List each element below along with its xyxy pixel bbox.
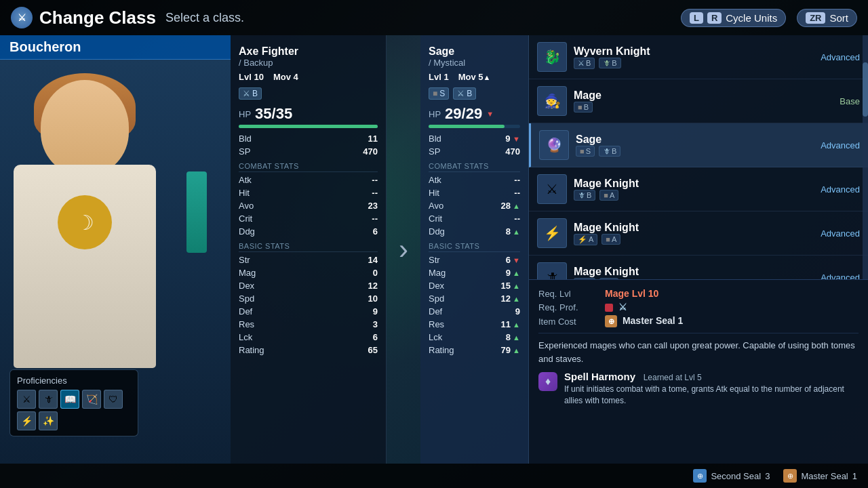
class-item-mage[interactable]: 🧙 Mage ■B Base xyxy=(529,79,868,123)
combat-stats-label: Combat Stats xyxy=(239,162,378,172)
current-lck-row: Lck6 xyxy=(239,331,378,344)
master-seal-label: Master Seal xyxy=(801,471,848,481)
class-item-mage-knight-1[interactable]: ⚔ Mage Knight 🗡B ■A Advanced xyxy=(529,167,868,211)
l-key: L xyxy=(690,12,703,24)
class-thumb-wyvern: 🐉 xyxy=(537,42,567,72)
skill-desc: If unit initiates combat with a tome, gr… xyxy=(564,384,859,407)
prof-icon-tome: 📖 xyxy=(60,390,79,409)
req-lightning-a: ⚡A xyxy=(574,234,597,245)
skill-name: Spell Harmony xyxy=(564,371,635,382)
req-tome-a: ■A xyxy=(599,190,618,201)
cycle-units-label: Cycle Units xyxy=(726,12,777,24)
current-hp-val: 35/35 xyxy=(255,105,292,123)
class-info-mk1: Mage Knight 🗡B ■A xyxy=(574,178,806,201)
class-name-mk1: Mage Knight xyxy=(574,178,806,190)
spell-harmony-icon: ♦ xyxy=(538,372,557,391)
basic-stats-label: Basic Stats xyxy=(239,242,378,252)
req-tome-b: ■B xyxy=(574,102,593,113)
current-sp: 470 xyxy=(363,146,378,157)
class-thumb-mk2: ⚡ xyxy=(537,218,567,248)
class-description: Experienced mages who can call upon grea… xyxy=(538,333,859,365)
req-prof-sq xyxy=(605,304,613,312)
req-tome-a2: ■A xyxy=(601,234,620,245)
target-prof-badge-b: ⚔B xyxy=(453,87,476,100)
target-str-row: Str6 ▼ xyxy=(429,253,520,266)
req-tome-s: ■S xyxy=(576,146,595,157)
class-tier-wyvern: Advanced xyxy=(812,52,860,62)
class-reqs-sage: ■S 🗡B xyxy=(576,146,806,157)
class-thumb-sage: 🔮 xyxy=(539,130,569,160)
target-lck-row: Lck8 ▲ xyxy=(429,331,520,344)
top-bar: ⚔ Change Class Select a class. L R Cycle… xyxy=(0,0,868,35)
skill-header: Spell Harmony Learned at Lvl 5 xyxy=(564,371,859,382)
target-spd-row: Spd12 ▲ xyxy=(429,292,520,305)
prof-icon-axe: ⚔ xyxy=(17,390,36,409)
character-name: Boucheron xyxy=(0,35,231,60)
scroll-thumb xyxy=(863,62,868,117)
current-sp-row: SP 470 xyxy=(239,145,378,158)
current-hp-label: HP 35/35 xyxy=(239,105,378,123)
current-mag-row: Mag0 xyxy=(239,266,378,279)
direction-arrow: › xyxy=(399,233,408,266)
class-thumb-mk1: ⚔ xyxy=(537,174,567,204)
skill-row: ♦ Spell Harmony Learned at Lvl 5 If unit… xyxy=(538,371,859,407)
class-tier-sage: Advanced xyxy=(812,140,860,150)
current-dex-row: Dex12 xyxy=(239,279,378,292)
class-reqs-mk1: 🗡B ■A xyxy=(574,190,806,201)
prof-icon-shield: 🛡 xyxy=(104,390,123,409)
req-prof-val: ⚔ xyxy=(605,302,627,312)
cycle-units-button[interactable]: L R Cycle Units xyxy=(681,9,786,27)
target-hp-bar xyxy=(429,125,520,128)
master-seal-icon: ⊕ xyxy=(605,315,617,327)
target-class-sub: / Mystical xyxy=(429,58,520,68)
proficiencies-box: Proficiencies ⚔ 🗡 📖 🏹 🛡 ⚡ ✨ xyxy=(9,369,138,436)
char-emblem: ☽ xyxy=(58,195,112,249)
target-ddg-row: Ddg8 ▲ xyxy=(429,225,520,238)
second-seal-item: ⊕ Second Seal 3 xyxy=(693,469,770,483)
target-avo-row: Avo28 ▲ xyxy=(429,199,520,212)
item-cost-row: Item Cost ⊕ Master Seal 1 xyxy=(538,315,859,327)
arrow-col: › xyxy=(387,35,420,464)
target-hp-fill xyxy=(429,125,505,128)
class-name-sage: Sage xyxy=(576,134,806,146)
req-sword-b: ⚔B xyxy=(574,58,595,69)
current-prof-badge: ⚔B xyxy=(239,87,262,100)
prof-icon-sword: 🗡 xyxy=(39,390,58,409)
class-item-wyvern-knight[interactable]: 🐉 Wyvern Knight ⚔B 🗡B Advanced xyxy=(529,35,868,79)
sort-button[interactable]: ZR Sort xyxy=(797,9,857,27)
scroll-bar[interactable] xyxy=(863,35,868,279)
char-head xyxy=(41,80,129,175)
req-lance-b: 🗡B xyxy=(599,58,620,68)
detail-panel: Req. Lvl Mage Lvl 10 Req. Prof. ⚔ Item C… xyxy=(529,279,868,464)
current-bld-row: Bld 11 xyxy=(239,132,378,145)
current-class-name: Axe Fighter xyxy=(239,45,378,58)
target-basic-label: Basic Stats xyxy=(429,242,520,252)
current-atk-row: Atk-- xyxy=(239,174,378,186)
zr-key: ZR xyxy=(806,12,825,24)
current-class-panel: Axe Fighter / Backup Lvl 10 Mov 4 ⚔B HP … xyxy=(231,35,387,464)
master-seal-icon-bottom: ⊕ xyxy=(783,469,797,483)
class-item-mage-knight-3[interactable]: 🗡 Mage Knight 🗡B ■A Advanced xyxy=(529,256,868,279)
current-def-row: Def9 xyxy=(239,305,378,318)
target-atk-row: Atk-- xyxy=(429,174,520,186)
second-seal-label: Second Seal xyxy=(711,471,761,481)
req-prof-label: Req. Prof. xyxy=(538,302,599,312)
class-info-wyvern: Wyvern Knight ⚔B 🗡B xyxy=(574,45,806,69)
class-item-sage[interactable]: 🔮 Sage ■S 🗡B Advanced xyxy=(529,123,868,167)
target-rating-row: Rating79 ▲ xyxy=(429,344,520,357)
class-reqs-wyvern: ⚔B 🗡B xyxy=(574,58,806,69)
class-info-mk3: Mage Knight 🗡B ■A xyxy=(574,266,806,279)
page-subtitle: Select a class. xyxy=(165,11,244,25)
class-thumb-mk3: 🗡 xyxy=(537,262,567,279)
game-icon: ⚔ xyxy=(11,7,33,28)
class-name-wyvern: Wyvern Knight xyxy=(574,45,806,58)
target-dex-row: Dex15 ▲ xyxy=(429,279,520,292)
current-class-sub: / Backup xyxy=(239,58,378,68)
current-ddg-row: Ddg6 xyxy=(239,225,378,238)
class-name-mk2: Mage Knight xyxy=(574,222,806,234)
class-item-mage-knight-2[interactable]: ⚡ Mage Knight ⚡A ■A Advanced xyxy=(529,211,868,256)
target-crit-row: Crit-- xyxy=(429,212,520,225)
current-rating-row: Rating65 xyxy=(239,344,378,357)
item-cost-val: ⊕ Master Seal 1 xyxy=(605,315,683,327)
class-info-mk2: Mage Knight ⚡A ■A xyxy=(574,222,806,245)
